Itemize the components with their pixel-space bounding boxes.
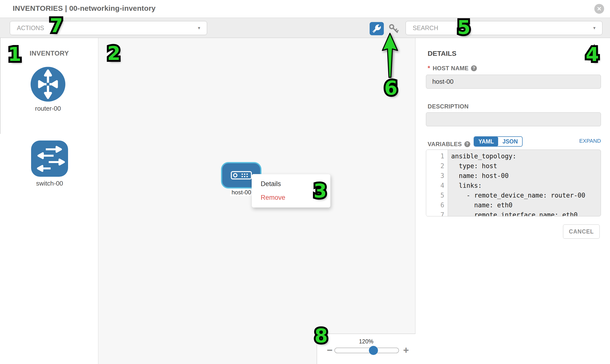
code-line: name: host-00 [448, 171, 509, 181]
zoom-in-button[interactable]: + [403, 345, 409, 355]
toolbox-edge-divider [0, 38, 0, 134]
sidebar-item-label: router-00 [30, 105, 65, 112]
zoom-slider-knob[interactable] [369, 346, 378, 355]
line-number: 1 [426, 151, 448, 161]
description-label-row: DESCRIPTION [428, 103, 468, 110]
code-row: 2 type: host [426, 161, 601, 171]
required-asterisk: * [428, 64, 430, 72]
router-icon [30, 66, 65, 102]
code-row: 6 name: eth0 [426, 200, 601, 210]
question-circle-icon: ? [471, 65, 477, 71]
sidebar-item-label: switch-00 [31, 180, 68, 187]
close-icon: ✕ [597, 6, 601, 12]
host-name-input[interactable]: host-00 [426, 75, 601, 89]
description-label: DESCRIPTION [428, 103, 468, 110]
inventory-toolbox: INVENTORY router-00 [0, 38, 98, 364]
variables-label: VARIABLES [428, 141, 462, 148]
chevron-down-icon: ▼ [197, 26, 201, 30]
variables-label-row: VARIABLES ? [428, 141, 470, 148]
zoom-panel: 120% − + [317, 334, 415, 364]
host-name-label-row: * HOST NAME ? [428, 64, 477, 72]
switch-icon [31, 141, 68, 177]
description-input[interactable] [426, 112, 601, 126]
sidebar-item-switch[interactable]: switch-00 [31, 141, 68, 187]
line-number: 3 [426, 171, 448, 181]
line-number: 6 [426, 200, 448, 210]
variables-editor[interactable]: 1 ansible_topology: 2 type: host 3 name:… [426, 150, 601, 216]
context-menu: Details Remove [252, 174, 330, 208]
expand-link[interactable]: EXPAND [562, 138, 601, 144]
details-panel-title: DETAILS [428, 50, 456, 58]
code-line: type: host [448, 161, 497, 171]
host-icon [231, 171, 252, 180]
question-circle-icon: ? [464, 141, 470, 147]
code-row: 4 links: [426, 181, 601, 190]
host-name-label: HOST NAME [432, 65, 468, 72]
toolbar: ACTIONS ▼ SEARCH ▼ [0, 18, 610, 38]
toggle-json[interactable]: JSON [498, 137, 522, 146]
topology-canvas[interactable]: host-00 Details Remove 120% − + [99, 38, 415, 364]
code-line: - remote_device_name: router-00 [448, 190, 585, 200]
close-button[interactable]: ✕ [594, 4, 604, 14]
chevron-down-icon: ▼ [592, 26, 596, 30]
code-row: 5 - remote_device_name: router-00 [426, 190, 601, 200]
credentials-button[interactable] [388, 23, 400, 35]
code-line: remote_interface_name: eth0 [448, 210, 578, 216]
line-number: 2 [426, 161, 448, 171]
line-number: 5 [426, 190, 448, 200]
code-line: ansible_topology: [448, 151, 516, 161]
toolbox-title: INVENTORY [30, 50, 69, 57]
tools-button[interactable] [370, 22, 384, 35]
code-row: 7 remote_interface_name: eth0 [426, 210, 601, 216]
header: INVENTORIES | 00-networking-inventory ✕ [0, 0, 610, 18]
key-icon [388, 23, 399, 34]
cancel-button[interactable]: CANCEL [563, 224, 600, 239]
search-dropdown[interactable]: SEARCH ▼ [406, 21, 602, 35]
actions-dropdown[interactable]: ACTIONS ▼ [10, 21, 207, 35]
editor-code: 1 ansible_topology: 2 type: host 3 name:… [426, 151, 601, 216]
code-line: links: [448, 181, 482, 190]
details-panel: DETAILS * HOST NAME ? host-00 DESCRIPTIO… [416, 38, 610, 364]
line-number: 7 [426, 210, 448, 216]
zoom-slider-track[interactable] [334, 348, 399, 353]
app-root: INVENTORIES | 00-networking-inventory ✕ … [0, 0, 610, 364]
toggle-yaml[interactable]: YAML [474, 137, 498, 146]
breadcrumb: INVENTORIES | 00-networking-inventory [13, 4, 156, 13]
code-line: name: eth0 [448, 200, 512, 210]
menu-item-remove[interactable]: Remove [261, 194, 330, 201]
host-node-label: host-00 [230, 189, 253, 196]
sidebar-item-router[interactable]: router-00 [30, 66, 65, 112]
line-number: 4 [426, 181, 448, 190]
actions-dropdown-label: ACTIONS [17, 25, 44, 32]
code-row: 1 ansible_topology: [426, 151, 601, 161]
wrench-icon [373, 25, 381, 33]
code-row: 3 name: host-00 [426, 171, 601, 181]
zoom-level-label: 120% [317, 338, 415, 345]
menu-item-details[interactable]: Details [261, 180, 330, 188]
search-dropdown-label: SEARCH [413, 25, 438, 32]
variables-format-toggle: YAML JSON [474, 136, 523, 147]
zoom-out-button[interactable]: − [327, 345, 332, 355]
